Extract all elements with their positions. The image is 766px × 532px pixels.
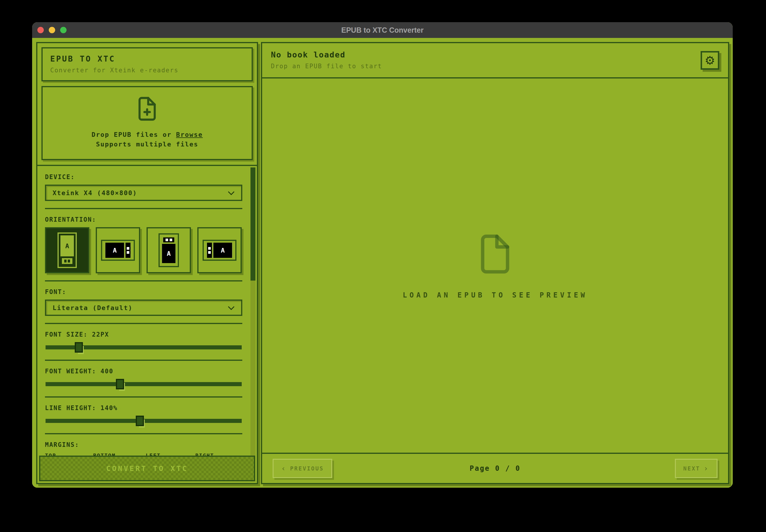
settings-button[interactable]: ⚙ [701,51,719,70]
sidebar-header: EPUB TO XTC Converter for Xteink e-reade… [41,47,253,81]
dropzone-line1: Drop EPUB files or Browse [45,130,249,139]
chevron-left-icon: ‹ [281,465,287,472]
settings-scrollbar-thumb[interactable] [251,167,256,281]
epub-dropzone[interactable]: Drop EPUB files or Browse Supports multi… [41,86,253,160]
preview-empty-state: LOAD AN EPUB TO SEE PREVIEW [262,78,728,453]
app-content: EPUB TO XTC Converter for Xteink e-reade… [32,38,733,488]
chevron-right-icon: › [704,465,709,472]
device-select-value: Xteink X4 (480×800) [53,189,137,197]
line-height-slider[interactable] [45,416,242,426]
browse-link[interactable]: Browse [176,131,203,138]
orientation-landscape-flipped-button[interactable]: A [198,227,242,273]
previous-button-label: PREVIOUS [290,465,324,472]
book-status-title: No book loaded [271,50,719,59]
next-button-label: NEXT [683,465,700,472]
font-size-label: FONT SIZE: 22PX [45,331,242,338]
dropzone-line2: Supports multiple files [45,139,249,149]
window-title: EPUB to XTC Converter [341,26,424,34]
minimize-button[interactable] [49,27,55,33]
previous-page-button[interactable]: ‹ PREVIOUS [273,459,332,478]
settings-scrollbar[interactable] [251,167,256,482]
sidebar-panel: EPUB TO XTC Converter for Xteink e-reade… [36,42,258,484]
device-landscape-icon: A [101,240,135,261]
settings-scroll-area: DEVICE: Xteink X4 (480×800) ORIENTATION: [37,166,257,459]
app-title: EPUB TO XTC [50,54,244,63]
font-size-slider-thumb[interactable] [75,342,83,353]
next-page-button[interactable]: NEXT › [675,459,718,478]
margins-label: MARGINS: [45,441,242,448]
divider [45,360,242,361]
font-weight-label: FONT WEIGHT: 400 [45,368,242,375]
titlebar[interactable]: EPUB to XTC Converter [32,22,733,38]
desktop: EPUB to XTC Converter EPUB TO XTC Conver… [0,0,766,532]
preview-empty-text: LOAD AN EPUB TO SEE PREVIEW [403,291,587,299]
dropzone-line1-prefix: Drop EPUB files or [91,131,176,138]
divider [45,208,242,209]
font-label: FONT: [45,288,242,295]
divider [45,433,242,434]
chevron-down-icon [228,304,235,311]
preview-header: No book loaded Drop an EPUB file to star… [262,43,728,78]
font-weight-slider-thumb[interactable] [116,379,124,389]
font-select-value: Literata (Default) [53,304,132,311]
device-label: DEVICE: [45,174,242,181]
preview-footer: ‹ PREVIOUS Page 0 / 0 NEXT › [262,453,728,483]
convert-button[interactable]: CONVERT TO XTC [39,456,255,481]
app-window: EPUB to XTC Converter EPUB TO XTC Conver… [32,22,733,488]
preview-panel: No book loaded Drop an EPUB file to star… [261,42,729,484]
line-height-label: LINE HEIGHT: 140% [45,405,242,412]
orientation-portrait-flipped-button[interactable]: A [146,227,191,273]
chevron-down-icon [228,189,235,197]
line-height-slider-thumb[interactable] [136,416,144,426]
dropzone-text: Drop EPUB files or Browse Supports multi… [45,130,249,149]
page-indicator: Page 0 / 0 [470,464,521,473]
device-portrait-icon: A [57,232,77,268]
gear-icon: ⚙ [705,55,715,66]
traffic-lights [37,22,67,38]
font-select[interactable]: Literata (Default) [45,300,242,316]
file-icon [476,232,514,277]
device-landscape-flipped-icon: A [203,240,237,261]
divider [45,323,242,324]
orientation-label: ORIENTATION: [45,216,242,223]
device-portrait-flipped-icon: A [158,233,179,267]
orientation-landscape-button[interactable]: A [96,227,140,273]
app-subtitle: Converter for Xteink e-readers [50,67,244,74]
zoom-button[interactable] [60,27,67,33]
close-button[interactable] [37,27,44,33]
slider-track[interactable] [45,382,242,386]
settings-section: DEVICE: Xteink X4 (480×800) ORIENTATION: [37,165,257,483]
font-size-slider[interactable] [45,342,242,353]
file-plus-icon [136,95,158,123]
orientation-options: A A [45,227,242,273]
divider [45,280,242,281]
orientation-portrait-button[interactable]: A [45,227,89,273]
device-select[interactable]: Xteink X4 (480×800) [45,185,242,201]
book-status-subtitle: Drop an EPUB file to start [271,63,719,70]
divider [45,396,242,398]
font-weight-slider[interactable] [45,379,242,389]
